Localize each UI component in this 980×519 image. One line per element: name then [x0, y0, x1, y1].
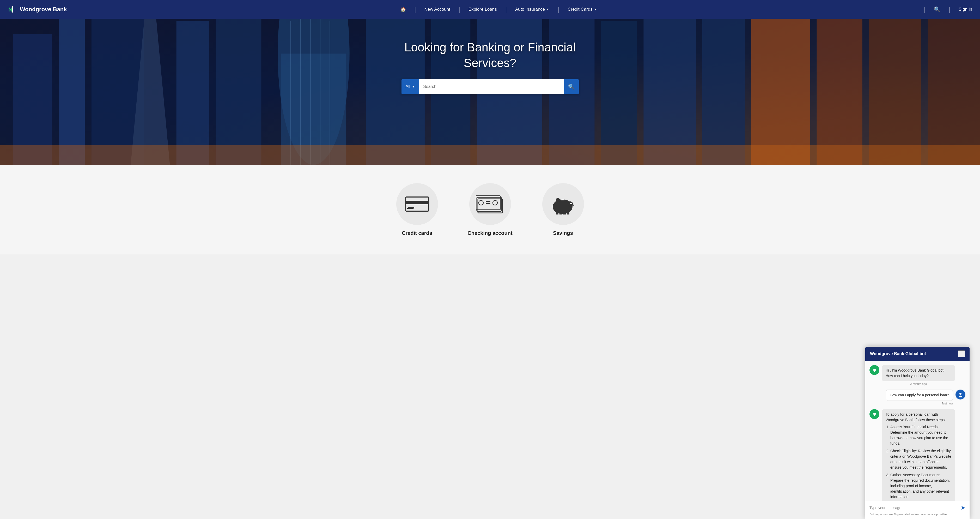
credit-cards-label: Credit cards	[402, 230, 432, 236]
svg-point-49	[570, 203, 572, 204]
nav-icon-group: | 🔍 | Sign in	[920, 6, 972, 13]
search-button-icon: 🔍	[568, 83, 574, 90]
svg-rect-44	[556, 212, 558, 214]
svg-rect-34	[478, 199, 503, 213]
savings-icon-wrap	[542, 183, 584, 225]
svg-rect-36	[476, 196, 500, 210]
svg-text:N: N	[8, 6, 13, 13]
svg-point-38	[493, 200, 498, 205]
svg-rect-48	[561, 200, 565, 200]
nav-new-account[interactable]: New Account	[420, 7, 455, 12]
hero-content: Looking for Banking or Financial Service…	[0, 19, 980, 94]
search-nav-icon[interactable]: 🔍	[934, 6, 940, 13]
search-dropdown-label: All	[406, 84, 410, 89]
svg-rect-46	[563, 212, 566, 214]
search-bar: All ▼ 🔍	[401, 79, 579, 94]
credit-card-icon	[404, 195, 430, 213]
credit-card-icon-wrap	[396, 183, 438, 225]
nav-divider-2: |	[458, 6, 460, 13]
savings-label: Savings	[553, 230, 573, 236]
home-icon: 🏠	[401, 7, 406, 12]
checking-icon-wrap	[469, 183, 511, 225]
svg-rect-2	[12, 6, 13, 13]
search-dropdown-chevron-icon: ▼	[412, 85, 415, 88]
svg-point-51	[572, 204, 573, 206]
svg-rect-28	[0, 145, 980, 165]
service-credit-cards[interactable]: Credit cards	[381, 178, 453, 241]
nav-divider-4: |	[558, 6, 559, 13]
brand[interactable]: N Woodgrove Bank	[8, 5, 67, 14]
nav-links: 🏠 | New Account | Explore Loans | Auto I…	[78, 6, 920, 13]
auto-insurance-chevron-icon: ▼	[546, 8, 549, 11]
brand-logo-icon: N	[8, 5, 17, 14]
nav-divider-3: |	[505, 6, 507, 13]
services-section: Credit cards Checking account	[0, 165, 980, 254]
nav-divider-1: |	[414, 6, 416, 13]
service-savings[interactable]: Savings	[527, 178, 600, 241]
checking-account-icon	[476, 193, 504, 214]
nav-home[interactable]: 🏠	[396, 7, 410, 12]
credit-cards-chevron-icon: ▼	[594, 8, 597, 11]
svg-point-37	[479, 200, 484, 205]
nav-explore-loans[interactable]: Explore Loans	[464, 7, 501, 12]
brand-name: Woodgrove Bank	[20, 6, 67, 13]
svg-point-43	[556, 198, 560, 203]
svg-rect-45	[560, 212, 562, 214]
svg-point-41	[553, 200, 573, 214]
search-input[interactable]	[419, 79, 564, 94]
hero-title: Looking for Banking or Financial Service…	[404, 40, 576, 71]
svg-rect-47	[567, 212, 570, 214]
service-checking[interactable]: Checking account	[453, 178, 527, 241]
search-dropdown[interactable]: All ▼	[401, 79, 419, 94]
signin-button[interactable]: Sign in	[959, 7, 972, 12]
piggy-bank-icon	[550, 193, 576, 214]
navbar: N Woodgrove Bank 🏠 | New Account | Explo…	[0, 0, 980, 19]
hero-section: Looking for Banking or Financial Service…	[0, 19, 980, 165]
nav-divider-5: |	[924, 6, 926, 13]
checking-label: Checking account	[468, 230, 512, 236]
svg-rect-30	[406, 201, 429, 204]
svg-rect-35	[477, 197, 501, 211]
nav-divider-6: |	[949, 6, 950, 13]
nav-credit-cards[interactable]: Credit Cards ▼	[563, 7, 601, 12]
nav-auto-insurance[interactable]: Auto Insurance ▼	[511, 7, 554, 12]
search-button[interactable]: 🔍	[564, 79, 579, 94]
